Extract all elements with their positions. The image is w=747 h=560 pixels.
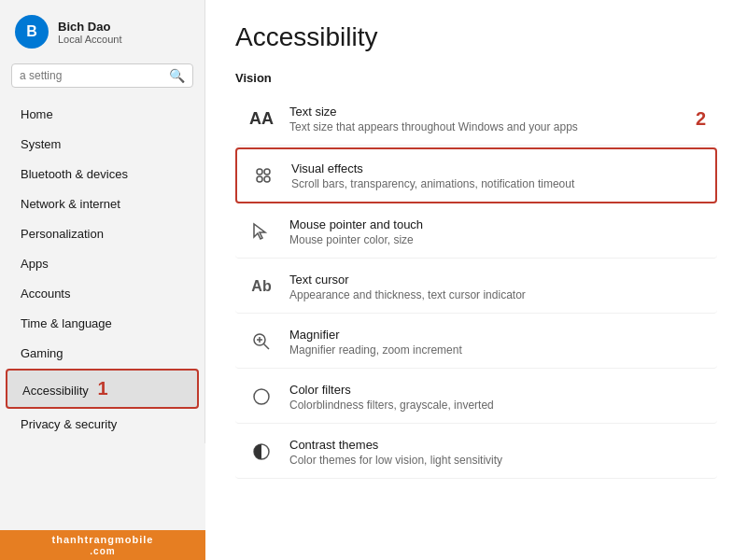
brand-domain: .com bbox=[90, 546, 115, 556]
sidebar-item-system[interactable]: System bbox=[6, 130, 199, 159]
search-input[interactable] bbox=[20, 69, 163, 82]
svg-line-5 bbox=[264, 344, 270, 350]
avatar: B bbox=[15, 15, 49, 49]
settings-item-contrast-themes[interactable]: Contrast themes Color themes for low vis… bbox=[235, 426, 717, 479]
settings-item-visual-effects[interactable]: Visual effects Scroll bars, transparency… bbox=[235, 147, 717, 203]
sidebar-item-time[interactable]: Time & language bbox=[6, 309, 199, 338]
sidebar-badge-1: 1 bbox=[97, 378, 107, 399]
settings-item-color-filters[interactable]: Color filters Colorblindness filters, gr… bbox=[235, 371, 717, 424]
sidebar-item-network[interactable]: Network & internet bbox=[6, 189, 199, 218]
nav-list: Home System Bluetooth & devices Network … bbox=[0, 95, 204, 443]
user-account-type: Local Account bbox=[58, 34, 122, 45]
brand-name: thanhtrangmobile bbox=[52, 534, 154, 545]
sidebar-item-personalization[interactable]: Personalization bbox=[6, 219, 199, 248]
sidebar-item-accounts[interactable]: Accounts bbox=[6, 279, 199, 308]
sidebar-item-bluetooth[interactable]: Bluetooth & devices bbox=[6, 160, 199, 189]
contrast-themes-icon bbox=[247, 437, 276, 467]
text-size-desc: Text size that appears throughout Window… bbox=[289, 120, 675, 133]
sidebar-item-privacy[interactable]: Privacy & security bbox=[6, 410, 199, 439]
search-icon: 🔍 bbox=[169, 68, 185, 83]
user-info: Bich Dao Local Account bbox=[58, 20, 122, 45]
sidebar-item-gaming[interactable]: Gaming bbox=[6, 339, 199, 368]
mouse-pointer-desc: Mouse pointer color, size bbox=[289, 233, 706, 246]
user-profile: B Bich Dao Local Account bbox=[0, 0, 204, 60]
svg-point-2 bbox=[257, 176, 262, 182]
settings-badge-2: 2 bbox=[696, 108, 706, 130]
search-box[interactable]: 🔍 bbox=[11, 63, 193, 88]
sidebar-item-apps[interactable]: Apps bbox=[6, 249, 199, 278]
magnifier-text: Magnifier Magnifier reading, zoom increm… bbox=[289, 328, 706, 357]
contrast-themes-desc: Color themes for low vision, light sensi… bbox=[289, 454, 706, 467]
text-cursor-title: Text cursor bbox=[289, 273, 706, 287]
svg-point-0 bbox=[257, 169, 262, 175]
mouse-pointer-icon bbox=[247, 217, 276, 246]
sidebar-item-accessibility[interactable]: Accessibility 1 bbox=[6, 369, 199, 409]
contrast-themes-title: Contrast themes bbox=[289, 438, 706, 452]
visual-effects-title: Visual effects bbox=[291, 161, 704, 175]
text-cursor-icon: Ab bbox=[247, 272, 276, 301]
text-cursor-text: Text cursor Appearance and thickness, te… bbox=[289, 273, 706, 301]
text-size-icon: AA bbox=[247, 104, 276, 133]
magnifier-icon bbox=[247, 327, 276, 357]
color-filters-icon bbox=[247, 382, 276, 412]
sidebar-item-home[interactable]: Home bbox=[6, 100, 199, 129]
color-filters-desc: Colorblindness filters, grayscale, inver… bbox=[289, 399, 706, 412]
settings-list: AA Text size Text size that appears thro… bbox=[235, 92, 717, 479]
settings-item-magnifier[interactable]: Magnifier Magnifier reading, zoom increm… bbox=[235, 315, 717, 369]
settings-item-mouse-pointer[interactable]: Mouse pointer and touch Mouse pointer co… bbox=[235, 205, 717, 259]
settings-item-text-size[interactable]: AA Text size Text size that appears thro… bbox=[235, 92, 717, 146]
magnifier-title: Magnifier bbox=[289, 328, 706, 342]
magnifier-desc: Magnifier reading, zoom increment bbox=[289, 343, 706, 357]
mouse-pointer-title: Mouse pointer and touch bbox=[289, 217, 706, 231]
visual-effects-icon bbox=[248, 161, 278, 190]
visual-effects-text: Visual effects Scroll bars, transparency… bbox=[291, 161, 704, 190]
settings-item-text-cursor[interactable]: Ab Text cursor Appearance and thickness,… bbox=[235, 260, 717, 314]
section-vision: Vision bbox=[235, 71, 717, 85]
mouse-pointer-text: Mouse pointer and touch Mouse pointer co… bbox=[289, 217, 706, 246]
main-content: Accessibility Vision AA Text size Text s… bbox=[205, 0, 747, 560]
text-size-title: Text size bbox=[289, 105, 675, 119]
visual-effects-desc: Scroll bars, transparency, animations, n… bbox=[291, 177, 704, 190]
svg-point-3 bbox=[264, 176, 270, 182]
user-name: Bich Dao bbox=[58, 20, 122, 34]
contrast-themes-text: Contrast themes Color themes for low vis… bbox=[289, 438, 706, 467]
text-size-text: Text size Text size that appears through… bbox=[289, 105, 675, 133]
text-cursor-desc: Appearance and thickness, text cursor in… bbox=[289, 288, 706, 301]
svg-point-1 bbox=[264, 169, 270, 175]
color-filters-title: Color filters bbox=[289, 383, 706, 397]
svg-point-8 bbox=[254, 389, 269, 404]
color-filters-text: Color filters Colorblindness filters, gr… bbox=[289, 383, 706, 412]
watermark: thanhtrangmobile .com bbox=[0, 530, 205, 560]
page-title: Accessibility bbox=[235, 22, 717, 52]
